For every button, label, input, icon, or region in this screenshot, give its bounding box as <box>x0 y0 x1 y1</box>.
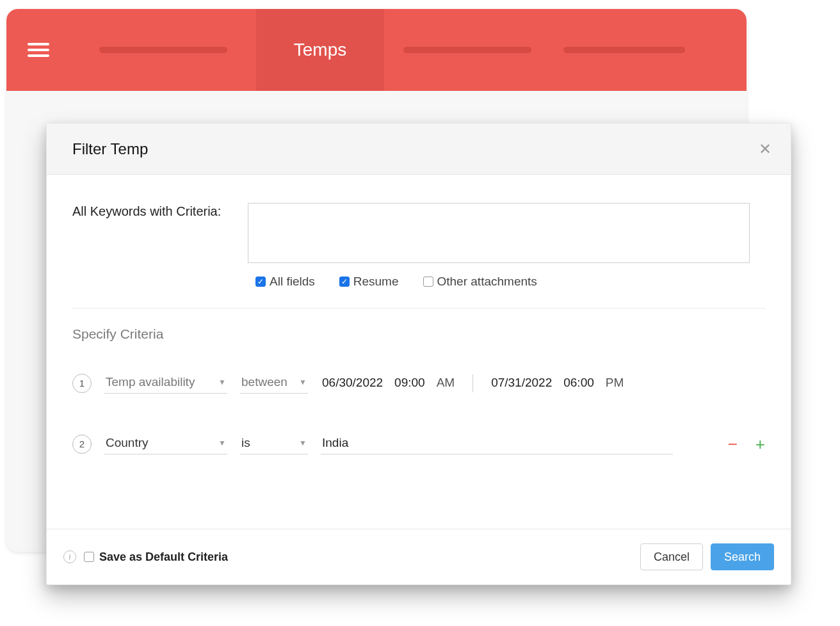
tab-temps[interactable]: Temps <box>256 9 384 91</box>
criteria-row: 1 Temp availability ▼ between ▼ 06/30/20… <box>72 373 765 394</box>
keyword-scope-checks: ✓ All fields ✓ Resume Other attachments <box>255 275 765 289</box>
placeholder-bar <box>563 47 685 53</box>
info-icon[interactable]: i <box>63 550 76 563</box>
checkbox-icon: ✓ <box>339 277 350 287</box>
criteria-row: 2 Country ▼ is ▼ − + <box>72 433 765 454</box>
criteria-number-badge: 1 <box>72 374 92 393</box>
specify-criteria-title: Specify Criteria <box>72 326 765 342</box>
from-time[interactable]: 09:00 <box>393 373 426 394</box>
check-label: All fields <box>270 275 315 289</box>
placeholder-bar <box>403 47 531 53</box>
to-time[interactable]: 06:00 <box>562 373 595 394</box>
operator-dropdown[interactable]: between ▼ <box>240 373 308 394</box>
operator-dropdown[interactable]: is ▼ <box>240 433 308 454</box>
modal-header: Filter Temp ✕ <box>47 124 791 175</box>
tab-placeholder-2[interactable] <box>384 9 551 91</box>
close-icon[interactable]: ✕ <box>759 140 771 158</box>
cancel-button[interactable]: Cancel <box>640 543 703 570</box>
keywords-label: All Keywords with Criteria: <box>72 203 231 263</box>
checkbox-icon: ✓ <box>255 277 266 287</box>
tab-placeholder-1[interactable] <box>70 9 256 91</box>
dropdown-value: is <box>241 436 250 450</box>
chevron-down-icon: ▼ <box>299 378 307 387</box>
check-all-fields[interactable]: ✓ All fields <box>255 275 315 289</box>
chevron-down-icon: ▼ <box>299 438 307 447</box>
field-dropdown[interactable]: Country ▼ <box>104 433 227 454</box>
button-label: Cancel <box>654 550 690 564</box>
button-label: Search <box>724 550 761 564</box>
to-date[interactable]: 07/31/2022 <box>490 373 553 394</box>
modal-body: All Keywords with Criteria: ✓ All fields… <box>47 175 791 529</box>
placeholder-bar <box>99 47 227 53</box>
save-default-check[interactable]: Save as Default Criteria <box>84 550 228 564</box>
from-date[interactable]: 06/30/2022 <box>321 373 384 394</box>
topbar: Temps <box>6 9 747 91</box>
dropdown-value: Country <box>106 436 149 450</box>
remove-row-icon[interactable]: − <box>728 436 738 453</box>
add-row-icon[interactable]: + <box>755 436 765 453</box>
value-group-from: 06/30/2022 09:00 AM <box>321 373 456 394</box>
separator <box>472 374 473 392</box>
filter-modal: Filter Temp ✕ All Keywords with Criteria… <box>46 123 791 585</box>
modal-footer: i Save as Default Criteria Cancel Search <box>47 529 791 584</box>
criteria-number-badge: 2 <box>72 435 92 454</box>
from-ampm[interactable]: AM <box>435 373 456 394</box>
value-group-to: 07/31/2022 06:00 PM <box>490 373 625 394</box>
keywords-row: All Keywords with Criteria: <box>72 203 765 263</box>
divider <box>72 308 765 309</box>
field-dropdown[interactable]: Temp availability ▼ <box>104 373 227 394</box>
check-label: Other attachments <box>437 275 537 289</box>
check-resume[interactable]: ✓ Resume <box>339 275 399 289</box>
tab-label: Temps <box>294 40 346 60</box>
chevron-down-icon: ▼ <box>218 378 226 387</box>
tab-placeholder-3[interactable] <box>551 9 698 91</box>
keywords-input[interactable] <box>248 203 750 263</box>
hamburger-icon <box>28 43 49 57</box>
row-actions: − + <box>728 436 765 453</box>
value-input[interactable] <box>321 433 673 454</box>
checkbox-icon <box>423 277 433 287</box>
save-default-label: Save as Default Criteria <box>99 550 228 564</box>
modal-title: Filter Temp <box>72 140 148 158</box>
menu-button[interactable] <box>6 9 70 91</box>
to-ampm[interactable]: PM <box>604 373 626 394</box>
checkbox-icon <box>84 552 94 562</box>
check-other-attachments[interactable]: Other attachments <box>423 275 537 289</box>
dropdown-value: between <box>241 375 287 389</box>
chevron-down-icon: ▼ <box>218 438 226 447</box>
search-button[interactable]: Search <box>711 543 774 570</box>
check-label: Resume <box>353 275 399 289</box>
dropdown-value: Temp availability <box>106 375 195 389</box>
